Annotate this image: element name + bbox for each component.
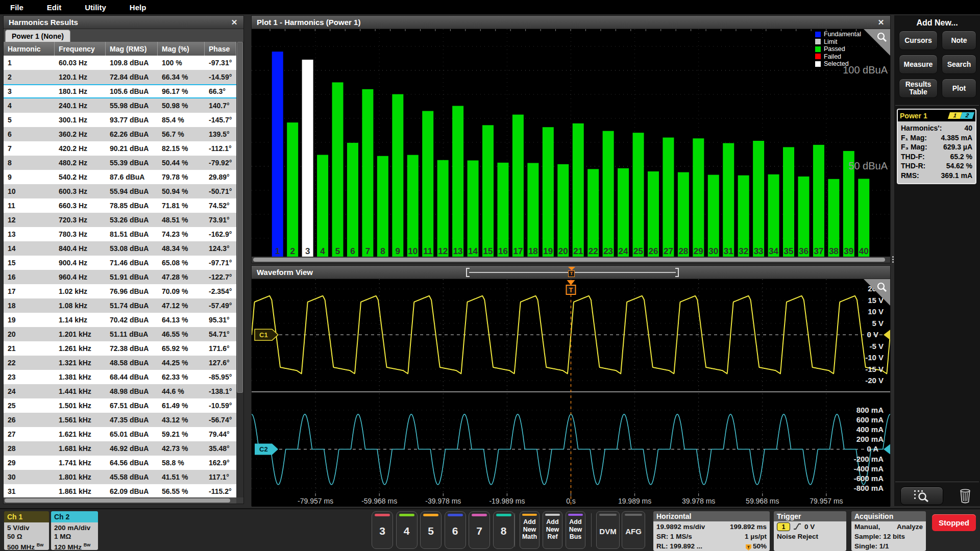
channel-8-button[interactable]: 8 (493, 511, 514, 549)
table-row[interactable]: 6360.2 Hz62.26 dBuA56.7 %139.5° (4, 127, 236, 141)
table-row[interactable]: 5300.1 Hz93.77 dBuA85.4 %-145.7° (4, 113, 236, 127)
button-add-new-bus[interactable]: AddNewBus (566, 511, 585, 549)
afg-button[interactable]: AFG (622, 511, 645, 549)
table-row[interactable]: 271.621 kHz65.01 dBuA59.21 %79.44° (4, 427, 236, 441)
table-row[interactable]: 16960.4 Hz51.91 dBuA47.28 %-122.7° (4, 270, 236, 284)
menu-item-file[interactable]: File (10, 3, 23, 12)
channel-color-stripe (399, 514, 414, 516)
legend-label: Passed (824, 45, 845, 53)
magnifier-icon (876, 32, 888, 43)
sidebar-button-results-table[interactable]: Results Table (899, 79, 938, 98)
table-row[interactable]: 11660.3 Hz78.85 dBuA71.81 %74.52° (4, 198, 236, 213)
trigger-position-marker[interactable]: T (568, 267, 575, 278)
table-cell: 1.801 kHz (55, 470, 106, 484)
zoom-select-icon (913, 489, 930, 503)
table-row[interactable]: 13780.3 Hz81.51 dBuA74.23 %-162.9° (4, 227, 236, 241)
table-row[interactable]: 311.861 kHz62.09 dBuA56.55 %-115.2° (4, 484, 236, 497)
sidebar-button-measure[interactable]: Measure (899, 55, 938, 74)
table-row[interactable]: 201.201 kHz51.11 dBuA46.55 %54.71° (4, 327, 236, 341)
table-cell: 27 (4, 427, 55, 441)
svg-text:-79.957 ms: -79.957 ms (298, 497, 333, 505)
slider-right-bracket[interactable] (675, 268, 679, 277)
waveform-view-panel: Waveform View T TC1C220 V15 V10 V5 V0 V-… (251, 265, 891, 506)
sidebar-button-plot[interactable]: Plot (942, 79, 976, 98)
table-row[interactable]: 191.14 kHz70.42 dBuA64.13 %95.31° (4, 313, 236, 327)
channel-2-label: Ch 2 (51, 511, 98, 522)
harmonics-bar-plot[interactable]: 1234567891011121314151617181920212223242… (252, 29, 890, 258)
table-vertical-scrollbar[interactable] (236, 42, 243, 497)
table-row[interactable]: 211.261 kHz72.38 dBuA65.92 %171.6° (4, 341, 236, 356)
table-row[interactable]: 261.561 kHz47.35 dBuA43.12 %-56.74° (4, 413, 236, 427)
channel-7-button[interactable]: 7 (469, 511, 490, 549)
plot-horizontal-scrollbar[interactable] (252, 257, 890, 263)
menu-item-help[interactable]: Help (130, 3, 146, 12)
svg-text:0 s: 0 s (566, 497, 576, 505)
table-row[interactable]: 160.03 Hz109.8 dBuA100 %-97.31° (4, 56, 236, 70)
harmonics-table[interactable]: HarmonicFrequencyMag (RMS)Mag (%)Phase16… (4, 42, 236, 497)
table-row[interactable]: 291.741 kHz64.56 dBuA58.8 %162.9° (4, 456, 236, 470)
horizontal-settings-panel[interactable]: Horizontal 19.9892 ms/div199.892 ms SR: … (653, 511, 770, 551)
table-row[interactable]: 9540.2 Hz87.6 dBuA79.78 %29.89° (4, 170, 236, 184)
button-add-new-ref[interactable]: AddNewRef (543, 511, 562, 549)
channel-2-badge[interactable]: Ch 2 200 mA/div 1 MΩ 120 MHz Bw (51, 511, 98, 550)
dvm-button[interactable]: DVM (596, 511, 620, 549)
sidebar-button-note[interactable]: Note (942, 31, 976, 50)
table-row[interactable]: 7420.2 Hz90.21 dBuA82.15 %-112.1° (4, 141, 236, 156)
table-cell: 13 (4, 227, 55, 241)
plot-panel-title: Plot 1 - Harmonics (Power 1) (257, 18, 360, 27)
horizontal-position-slider[interactable]: T (466, 268, 679, 277)
channel-4-button[interactable]: 4 (396, 511, 418, 549)
zoom-mode-button[interactable] (900, 487, 943, 505)
table-row[interactable]: 2120.1 Hz72.84 dBuA66.34 %-14.59° (4, 70, 236, 84)
waveform-plot[interactable]: TC1C220 V15 V10 V5 V0 V-5 V-10 V-15 V-20… (252, 279, 890, 507)
table-row[interactable]: 15900.4 Hz71.46 dBuA65.08 %-97.71° (4, 256, 236, 270)
close-icon[interactable]: ✕ (876, 16, 886, 29)
channel-3-button[interactable]: 3 (372, 511, 393, 549)
button-add-new-math[interactable]: AddNewMath (520, 511, 540, 549)
scrollbar-thumb[interactable] (237, 42, 243, 393)
scrollbar-thumb[interactable] (253, 258, 885, 262)
channel-1-badge[interactable]: Ch 1 5 V/div 50 Ω 500 MHz Bw (4, 511, 49, 550)
table-cell: 93.77 dBuA (106, 113, 158, 127)
table-row[interactable]: 281.681 kHz46.92 dBuA42.73 %35.48° (4, 441, 236, 456)
close-icon[interactable]: ✕ (229, 16, 239, 29)
channel-button-label: 7 (469, 525, 489, 537)
table-row[interactable]: 14840.4 Hz53.08 dBuA48.34 %124.3° (4, 241, 236, 256)
sidebar-button-search[interactable]: Search (942, 55, 976, 74)
menu-item-utility[interactable]: Utility (85, 3, 106, 12)
table-row[interactable]: 4240.1 Hz55.98 dBuA50.98 %140.7° (4, 98, 236, 113)
tab-power-1[interactable]: Power 1 (None) (5, 30, 70, 42)
menu-item-edit[interactable]: Edit (47, 3, 61, 12)
table-cell: 45.58 dBuA (106, 470, 158, 484)
legend-label: Fundamental (824, 31, 861, 38)
x-tick-label: 28 (678, 246, 688, 256)
readout-value: 40 (964, 123, 972, 133)
x-tick-label: 35 (784, 246, 794, 256)
table-row[interactable]: 251.501 kHz67.51 dBuA61.49 %-10.59° (4, 398, 236, 413)
table-row[interactable]: 3180.1 Hz105.6 dBuA96.17 %66.3° (4, 84, 236, 98)
table-row[interactable]: 171.02 kHz76.96 dBuA70.09 %-2.354° (4, 284, 236, 298)
button-stripe (599, 514, 617, 516)
scrollbar-thumb[interactable] (5, 498, 230, 503)
table-cell: -85.95° (205, 370, 236, 384)
channel-5-button[interactable]: 5 (420, 511, 442, 549)
harmonics-plot-panel: Plot 1 - Harmonics (Power 1) ✕ 123456789… (251, 15, 891, 263)
table-row[interactable]: 181.08 kHz51.74 dBuA47.12 %-57.49° (4, 298, 236, 313)
table-horizontal-scrollbar[interactable] (4, 497, 236, 504)
table-row[interactable]: 301.801 kHz45.58 dBuA41.51 %117.1° (4, 470, 236, 484)
trash-button[interactable] (957, 487, 974, 505)
sidebar-button-cursors[interactable]: Cursors (899, 31, 938, 50)
trigger-settings-panel[interactable]: Trigger 1 0 V Noise Reject (774, 511, 846, 551)
table-cell: 180.1 Hz (55, 84, 106, 98)
table-row[interactable]: 8480.2 Hz55.39 dBuA50.44 %-79.92° (4, 156, 236, 170)
table-row[interactable]: 12720.3 Hz53.26 dBuA48.51 %73.91° (4, 213, 236, 227)
table-row[interactable]: 241.441 kHz48.98 dBuA44.6 %-138.1° (4, 384, 236, 398)
table-row[interactable]: 221.321 kHz48.58 dBuA44.25 %127.6° (4, 356, 236, 370)
power-1-badge[interactable]: Power 1 1 2 Harmonics':40F₁ Mag:4.385 mA… (897, 109, 976, 184)
table-row[interactable]: 231.381 kHz68.44 dBuA62.33 %-85.95° (4, 370, 236, 384)
acquisition-settings-panel[interactable]: Acquisition Manual,Analyze Sample: 12 bi… (851, 511, 926, 551)
table-row[interactable]: 10600.3 Hz55.94 dBuA50.94 %-50.71° (4, 184, 236, 198)
table-cell: 23 (4, 370, 55, 384)
channel-6-button[interactable]: 6 (445, 511, 466, 549)
stopped-run-button[interactable]: Stopped (932, 514, 976, 531)
